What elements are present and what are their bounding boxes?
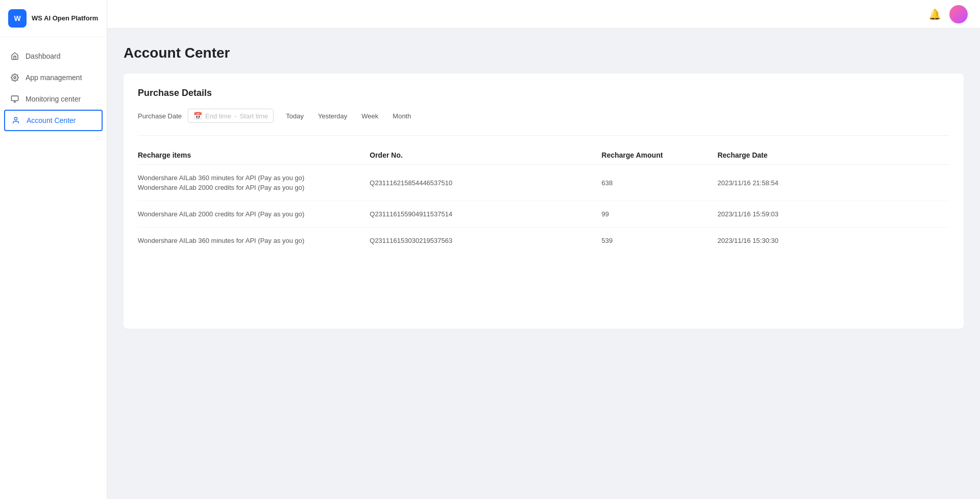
sidebar-label-dashboard: Dashboard [26,52,61,60]
table-cell-order-no: Q231116153030219537563 [370,237,601,244]
table-cell-items: Wondershare AILab 2000 credits for API (… [138,210,370,218]
logo-icon: W [8,9,27,28]
table-cell-amount: 99 [602,210,718,218]
filter-label: Purchase Date [138,112,182,120]
month-button[interactable]: Month [386,110,417,122]
table-cell-items: Wondershare AILab 360 minutes for API (P… [138,237,370,244]
table-cell-items: Wondershare AILab 360 minutes for API (P… [138,174,370,191]
home-icon [10,52,19,61]
today-button[interactable]: Today [280,110,310,122]
sidebar-item-monitoring-center[interactable]: Monitoring center [0,88,107,110]
date-separator: - [234,112,236,120]
table-cell-order-no: Q231116215854446537510 [370,179,601,187]
section-title: Purchase Details [138,88,949,98]
filter-bar: Purchase Date 📅 End time - Start time To… [138,109,949,123]
table-cell-date: 2023/11/16 21:58:54 [718,179,949,187]
sidebar-label-app-management: App management [26,73,82,82]
item-line-2: Wondershare AILab 2000 credits for API (… [138,184,370,191]
item-line-1: Wondershare AILab 360 minutes for API (P… [138,174,370,182]
notification-bell-icon[interactable]: 🔔 [928,8,941,20]
date-range-picker[interactable]: 📅 End time - Start time [188,109,274,123]
table-row: Wondershare AILab 2000 credits for API (… [138,201,949,228]
monitor-icon [10,94,19,104]
col-header-recharge-date: Recharge Date [718,151,949,159]
sidebar-label-monitoring-center: Monitoring center [26,95,81,103]
purchase-details-card: Purchase Details Purchase Date 📅 End tim… [124,73,964,329]
table-cell-amount: 638 [602,179,718,187]
header-actions: 🔔 [928,5,968,23]
quick-filter-buttons: Today Yesterday Week Month [280,110,417,122]
sidebar-item-dashboard[interactable]: Dashboard [0,45,107,67]
svg-rect-1 [11,96,18,101]
yesterday-button[interactable]: Yesterday [312,110,353,122]
table-row: Wondershare AILab 360 minutes for API (P… [138,165,949,201]
week-button[interactable]: Week [355,110,384,122]
sidebar-item-account-center[interactable]: Account Center [4,110,103,131]
sidebar-label-account-center: Account Center [27,116,76,124]
header: 🔔 [107,0,980,29]
user-icon [11,116,20,125]
svg-point-4 [14,117,17,120]
content-area: Account Center Purchase Details Purchase… [107,29,980,499]
avatar[interactable] [949,5,968,23]
start-time-placeholder: Start time [240,112,268,120]
svg-point-0 [14,77,16,79]
divider [138,135,949,136]
end-time-placeholder: End time [205,112,231,120]
calendar-icon: 📅 [193,112,202,120]
sidebar-nav: Dashboard App management Monitoring cent… [0,37,107,499]
table-cell-date: 2023/11/16 15:59:03 [718,210,949,218]
main-area: 🔔 Account Center Purchase Details Purcha… [107,0,980,499]
table-row: Wondershare AILab 360 minutes for API (P… [138,228,949,254]
col-header-recharge-amount: Recharge Amount [602,151,718,159]
col-header-order-no: Order No. [370,151,601,159]
col-header-recharge-items: Recharge items [138,151,370,159]
table-cell-date: 2023/11/16 15:30:30 [718,237,949,244]
page-title: Account Center [124,45,964,61]
sidebar-item-app-management[interactable]: App management [0,67,107,88]
table-cell-amount: 539 [602,237,718,244]
table-cell-order-no: Q231116155904911537514 [370,210,601,218]
table-header: Recharge items Order No. Recharge Amount… [138,146,949,165]
sidebar-logo: W WS AI Open Platform [0,0,107,37]
sidebar: W WS AI Open Platform Dashboard App mana… [0,0,107,499]
app-name: WS AI Open Platform [32,14,98,23]
gear-icon [10,73,19,82]
